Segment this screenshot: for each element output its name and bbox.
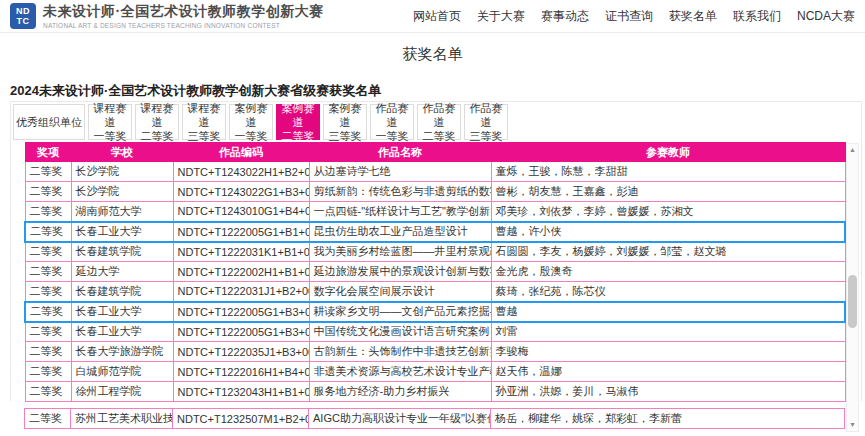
tab-case-1st[interactable]: 案例赛道一等奖 [229, 104, 273, 140]
table-row: 二等奖长春大学旅游学院NDTC+T1222035J1+B3+001古韵新生：头饰… [25, 342, 845, 362]
nav-item-news[interactable]: 赛事动态 [541, 8, 589, 25]
scroll-down-arrow-icon[interactable]: ▼ [847, 420, 858, 430]
teachers-cell: 孙亚洲，洪嫄，姜川，马淑伟 [491, 382, 845, 402]
title-cell: 从边塞诗学七绝 [309, 162, 491, 182]
code-cell: NDTC+T1222016H1+B4+001 [173, 362, 309, 382]
title-cell: 一点四链-"纸样设计与工艺"教学创新实践 [309, 202, 491, 222]
scrollbar-thumb[interactable] [848, 275, 857, 328]
tab-work-2nd[interactable]: 作品赛道二等奖 [417, 104, 461, 140]
tab-label-line2: 二等奖 [423, 129, 456, 143]
table-scrollbar[interactable]: ▲ ▼ [846, 143, 859, 432]
table-row: 二等奖徐州工程学院NDTC+T1232043H1+B1+001服务地方经济-助力… [25, 382, 845, 402]
tab-label-line2: 二等奖 [282, 129, 315, 143]
page-title: 获奖名单 [0, 33, 865, 66]
tab-label-line1: 课程赛道 [183, 101, 225, 130]
tab-case-2nd[interactable]: 案例赛道二等奖 [276, 104, 320, 140]
school-cell: 长沙学院 [71, 182, 173, 202]
tab-case-3rd[interactable]: 案例赛道三等奖 [323, 104, 367, 140]
school-cell: 白城师范学院 [71, 362, 173, 382]
title-cell: 耕读家乡文明——文创产品元素挖掘与探索 [309, 302, 491, 322]
awards-table-tail: 二等奖苏州工艺美术职业技术学院NDTC+T1232507M1+B2+001AIG… [24, 408, 845, 429]
title-cell: 剪纸新韵：传统色彩与非遗剪纸的数字化创新 [309, 182, 491, 202]
awards-table-wrap: 奖项学校作品编码作品名称参赛教师 二等奖长沙学院NDTC+T1243022H1+… [24, 142, 844, 429]
tab-excellent-org[interactable]: 优秀组织单位 [13, 104, 85, 140]
teachers-cell: 蔡琦，张纪苑，陈芯仪 [491, 282, 845, 302]
award-cell: 二等奖 [25, 322, 71, 342]
school-cell: 长春工业大学 [71, 302, 173, 322]
award-cell: 二等奖 [25, 262, 71, 282]
award-cell: 二等奖 [25, 162, 71, 182]
tab-label-line1: 课程赛道 [136, 101, 178, 130]
nav-item-contact[interactable]: 联系我们 [733, 8, 781, 25]
scroll-up-arrow-icon[interactable]: ▲ [847, 145, 858, 155]
column-header: 奖项 [25, 143, 71, 162]
table-row: 二等奖长春建筑学院NDTC+T1222031K1+B1+002我为美丽乡村绘蓝图… [25, 242, 845, 262]
code-cell: NDTC+T1232043H1+B1+001 [173, 382, 309, 402]
award-cell: 二等奖 [25, 202, 71, 222]
nav-item-awards-list[interactable]: 获奖名单 [669, 8, 717, 25]
tab-course-1st[interactable]: 课程赛道一等奖 [88, 104, 132, 140]
tab-label-line1: 作品赛道 [465, 101, 507, 130]
tab-label-line1: 案例赛道 [277, 101, 319, 130]
awards-table: 奖项学校作品编码作品名称参赛教师 二等奖长沙学院NDTC+T1243022H1+… [24, 142, 846, 402]
title-cell: AIGC助力高职设计专业一年级"以赛促学" [309, 409, 491, 429]
award-cell: 二等奖 [25, 242, 71, 262]
tab-label-line2: 三等奖 [329, 129, 362, 143]
table-row: 二等奖长春建筑学院NDTC+T1222031J1+B2+001数字化会展空间展示… [25, 282, 845, 302]
award-cell: 二等奖 [25, 182, 71, 202]
tab-work-3rd[interactable]: 作品赛道三等奖 [464, 104, 508, 140]
tab-label-line1: 作品赛道 [418, 101, 460, 130]
nav-item-ncda[interactable]: NCDA大赛 [797, 8, 855, 25]
app-header: ND TC 未来设计师·全国艺术设计教师教学创新大赛 NATIONAL ART … [0, 0, 865, 33]
school-cell: 湖南师范大学 [71, 202, 173, 222]
awards-list-subtitle: 2024未来设计师·全国艺术设计教师教学创新大赛省级赛获奖名单 [10, 82, 865, 98]
column-header: 作品名称 [309, 143, 491, 162]
nav-item-certificate-query[interactable]: 证书查询 [605, 8, 653, 25]
teachers-cell: 童烁，王骏，陈慧，李甜甜 [491, 162, 845, 182]
award-cell: 二等奖 [25, 302, 71, 322]
award-cell: 二等奖 [25, 222, 71, 242]
award-cell: 二等奖 [25, 362, 71, 382]
tab-label-line2: 一等奖 [376, 129, 409, 143]
tab-course-2nd[interactable]: 课程赛道二等奖 [135, 104, 179, 140]
teachers-cell: 李骏梅 [491, 342, 845, 362]
brand-text: 未来设计师·全国艺术设计教师教学创新大赛 NATIONAL ART & DESI… [43, 3, 324, 29]
school-cell: 苏州工艺美术职业技术学院 [71, 409, 173, 429]
code-cell: NDTC+T1222005G1+B3+005 [173, 302, 309, 322]
nav-item-about[interactable]: 关于大赛 [477, 8, 525, 25]
title-cell: 非遗美术资源与高校艺术设计专业产教融合 [309, 362, 491, 382]
code-cell: NDTC+T1232507M1+B2+001 [173, 409, 309, 429]
table-row: 二等奖长沙学院NDTC+T1243022G1+B3+002剪纸新韵：传统色彩与非… [25, 182, 845, 202]
tab-label-line1: 案例赛道 [230, 101, 272, 130]
teachers-cell: 杨岳，柳建华，姚琛，郑彩虹，李新蕾 [491, 409, 845, 429]
tab-label-line1: 课程赛道 [89, 101, 131, 130]
brand-logo-top: ND [16, 6, 30, 16]
brand-title: 未来设计师·全国艺术设计教师教学创新大赛 [43, 3, 324, 21]
teachers-cell: 邓美珍，刘依梦，李婷，曾媛媛，苏湘文 [491, 202, 845, 222]
tab-work-1st[interactable]: 作品赛道一等奖 [370, 104, 414, 140]
brand-logo-icon[interactable]: ND TC [10, 3, 36, 29]
code-cell: NDTC+T1222035J1+B3+001 [173, 342, 309, 362]
table-row: 二等奖苏州工艺美术职业技术学院NDTC+T1232507M1+B2+001AIG… [25, 409, 845, 429]
nav-item-home[interactable]: 网站首页 [413, 8, 461, 25]
school-cell: 长春建筑学院 [71, 282, 173, 302]
title-cell: 中国传统文化漫画设计语言研究案例 [309, 322, 491, 342]
code-cell: NDTC+T1243022H1+B2+002 [173, 162, 309, 182]
teachers-cell: 金光虎，殷澳奇 [491, 262, 845, 282]
tab-course-3rd[interactable]: 课程赛道三等奖 [182, 104, 226, 140]
award-category-tabs: 优秀组织单位课程赛道一等奖课程赛道二等奖课程赛道三等奖案例赛道一等奖案例赛道二等… [11, 102, 861, 140]
teachers-cell: 赵天伟，温娜 [491, 362, 845, 382]
tab-label-line2: 一等奖 [94, 129, 127, 143]
table-row-highlighted: 二等奖长春工业大学NDTC+T1222005G1+B1+001昆虫仿生助农工业产… [25, 222, 845, 242]
school-cell: 长春工业大学 [71, 322, 173, 342]
table-row: 二等奖湖南师范大学NDTC+T1243010G1+B4+001一点四链-"纸样设… [25, 202, 845, 222]
table-row: 二等奖长沙学院NDTC+T1243022H1+B2+002从边塞诗学七绝童烁，王… [25, 162, 845, 182]
table-row: 二等奖延边大学NDTC+T1222002H1+B1+002延边旅游发展中的景观设… [25, 262, 845, 282]
school-cell: 徐州工程学院 [71, 382, 173, 402]
teachers-cell: 曾彬，胡友慧，王嘉鑫，彭迪 [491, 182, 845, 202]
tab-label-line2: 一等奖 [235, 129, 268, 143]
tab-label-line2: 三等奖 [470, 129, 503, 143]
table-header-row: 奖项学校作品编码作品名称参赛教师 [25, 143, 845, 162]
school-cell: 延边大学 [71, 262, 173, 282]
tab-label-line1: 作品赛道 [371, 101, 413, 130]
